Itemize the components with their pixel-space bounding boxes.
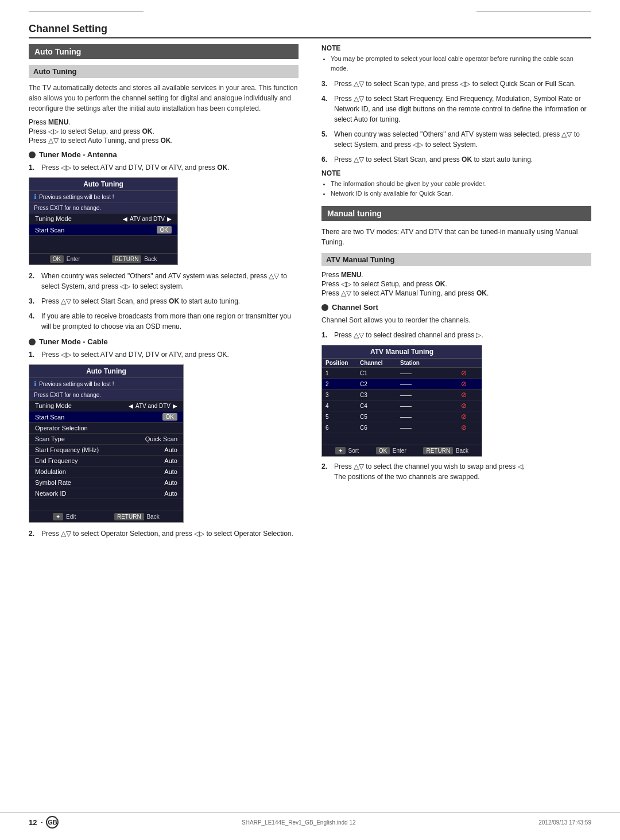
page-number: 12 xyxy=(29,818,37,827)
osd-cable-row4: Scan Type Quick Scan xyxy=(29,434,183,445)
tuner-antenna-title: Tuner Mode - Antenna xyxy=(29,150,299,159)
osd-cable-row2: Start Scan OK xyxy=(29,411,183,423)
osd-antenna-box: Auto Tuning ℹ Previous settings will be … xyxy=(29,177,178,265)
cable-step-1: 1. Press ◁▷ to select ATV and DTV, DTV o… xyxy=(29,349,299,360)
antenna-step-1: 1. Press ◁▷ to select ATV and DTV, DTV o… xyxy=(29,162,299,173)
osd-cable-row1: Tuning Mode ◀ ATV and DTV ▶ xyxy=(29,400,183,411)
press-auto-text: Press △▽ to select Auto Tuning, and pres… xyxy=(29,137,299,145)
note1-list: You may be prompted to select your local… xyxy=(321,54,591,73)
osd-antenna-row2: Start Scan OK xyxy=(29,224,177,236)
right-cable-steps: 3. Press △▽ to select Scan type, and pre… xyxy=(321,79,591,165)
page-container: Channel Setting Auto Tuning Auto Tuning … xyxy=(0,0,620,840)
atv-manual-sub: ATV Manual Tuning xyxy=(321,253,591,266)
osd-cable-footer: ✦ Edit RETURN Back xyxy=(29,511,183,522)
osd-cable-spacer xyxy=(29,499,183,511)
sort-step-1: 1. Press △▽ to select desired channel an… xyxy=(321,330,591,340)
top-border-right xyxy=(476,11,591,12)
osd-cable-row3: Operator Selection xyxy=(29,423,183,434)
manual-tuning-body: There are two TV modes: ATV and DTV that… xyxy=(321,227,591,247)
table-row: 6C6——⊘ xyxy=(322,422,482,433)
page-footer: 12 - GB SHARP_LE144E_Rev1_GB_English.ind… xyxy=(0,812,620,829)
tuner-cable-title: Tuner Mode - Cable xyxy=(29,337,299,346)
table-row: 4C4——⊘ xyxy=(322,400,482,411)
press-menu-text: Press MENU. xyxy=(29,118,299,126)
gb-circle: GB xyxy=(46,816,59,829)
osd-cable-row7: Modulation Auto xyxy=(29,466,183,477)
left-column: Auto Tuning Auto Tuning The TV automatic… xyxy=(29,44,299,543)
atv-press-menu: Press MENU. xyxy=(321,271,591,279)
footer-left: 12 - GB xyxy=(29,816,59,829)
antenna-steps-2-4: 2. When country was selected "Others" an… xyxy=(29,271,299,332)
cable-step-2: 2. Press △▽ to select Operator Selection… xyxy=(29,528,299,539)
osd-spacer xyxy=(29,236,177,253)
right-step-4: 4. Press △▽ to select Start Frequency, E… xyxy=(321,94,591,125)
note2-item-2: Network ID is only available for Quick S… xyxy=(331,189,591,199)
info-icon: ℹ xyxy=(34,193,37,201)
antenna-step-2: 2. When country was selected "Others" an… xyxy=(29,271,299,291)
note2-list: The information should be given by your … xyxy=(321,179,591,198)
bullet-icon-sort xyxy=(321,304,328,311)
auto-tuning-section-header: Auto Tuning xyxy=(29,44,299,59)
sort-step-2-item: 2. Press △▽ to select the channel you wi… xyxy=(321,461,591,482)
osd-cable-row9: Network ID Auto xyxy=(29,488,183,499)
osd-cable-row5: Start Frequency (MHz) Auto xyxy=(29,445,183,456)
table-row: 5C5——⊘ xyxy=(322,411,482,422)
atv-table-box: ATV Manual Tuning Position Channel Stati… xyxy=(321,345,482,457)
note-box-2: NOTE The information should be given by … xyxy=(321,169,591,198)
note1-item: You may be prompted to select your local… xyxy=(331,54,591,73)
table-row: 3C3——⊘ xyxy=(322,390,482,400)
osd-antenna-title: Auto Tuning xyxy=(29,178,177,191)
osd-antenna-row1: Tuning Mode ◀ ATV and DTV ▶ xyxy=(29,213,177,224)
table-row: 1C1——⊘ xyxy=(322,368,482,379)
top-border-left xyxy=(29,11,144,12)
right-step-3: 3. Press △▽ to select Scan type, and pre… xyxy=(321,79,591,89)
note2-title: NOTE xyxy=(321,169,591,177)
note-box-1: NOTE You may be prompted to select your … xyxy=(321,44,591,73)
right-column: NOTE You may be prompted to select your … xyxy=(321,44,591,543)
cable-step-2-item: 2. Press △▽ to select Operator Selection… xyxy=(29,528,299,539)
manual-tuning-header: Manual tuning xyxy=(321,206,591,221)
auto-tuning-body: The TV automatically detects and stores … xyxy=(29,83,299,114)
atv-table-footer: ✦ Sort OK Enter RETURN Back xyxy=(322,445,482,456)
right-step-6: 6. Press △▽ to select Start Scan, and pr… xyxy=(321,154,591,165)
osd-cable-info: ℹ Previous settings will be lost ! xyxy=(29,378,183,390)
antenna-step-4: 4. If you are able to receive broadcasts… xyxy=(29,311,299,332)
osd-cable-title: Auto Tuning xyxy=(29,365,183,378)
osd-antenna-info2: Press EXIT for no change. xyxy=(29,203,177,213)
right-step-5: 5. When country was selected "Others" an… xyxy=(321,129,591,150)
osd-ok-btn: OK xyxy=(157,226,172,234)
press-setup-text: Press ◁▷ to select Setup, and press OK. xyxy=(29,127,299,135)
bullet-icon-cable xyxy=(29,339,36,345)
atv-table-header: Position Channel Station xyxy=(322,359,482,368)
sort-step-1-item: 1. Press △▽ to select desired channel an… xyxy=(321,330,591,340)
bullet-icon xyxy=(29,151,36,158)
antenna-steps: 1. Press ◁▷ to select ATV and DTV, DTV o… xyxy=(29,162,299,173)
atv-press-select: Press △▽ to select ATV Manual Tuning, an… xyxy=(321,289,591,297)
atv-spacer xyxy=(322,433,482,445)
channel-sort-title: Channel Sort xyxy=(321,303,591,312)
footer-date: 2012/09/13 17:43:59 xyxy=(538,819,591,826)
content-wrap: Auto Tuning Auto Tuning The TV automatic… xyxy=(29,44,591,543)
note1-title: NOTE xyxy=(321,44,591,52)
info-icon-cable: ℹ xyxy=(34,380,37,388)
antenna-step-3: 3. Press △▽ to select Start Scan, and pr… xyxy=(29,296,299,306)
osd-cable-info2: Press EXIT for no change. xyxy=(29,390,183,400)
osd-antenna-info: ℹ Previous settings will be lost ! xyxy=(29,191,177,203)
auto-tuning-sub-header: Auto Tuning xyxy=(29,65,299,78)
atv-table-title: ATV Manual Tuning xyxy=(322,345,482,359)
cable-step-1-item: 1. Press ◁▷ to select ATV and DTV, DTV o… xyxy=(29,349,299,360)
sort-step-2: 2. Press △▽ to select the channel you wi… xyxy=(321,461,591,482)
osd-antenna-row1-value: ◀ ATV and DTV ▶ xyxy=(123,216,172,222)
atv-press-setup: Press ◁▷ to select Setup, and press OK. xyxy=(321,280,591,288)
channel-setting-title: Channel Setting xyxy=(29,23,591,38)
channel-sort-body: Channel Sort allows you to reorder the c… xyxy=(321,315,591,325)
osd-antenna-footer: OK Enter RETURN Back xyxy=(29,253,177,265)
osd-cable-row8: Symbol Rate Auto xyxy=(29,477,183,488)
osd-cable-row6: End Frequency Auto xyxy=(29,456,183,466)
table-row: 2C2——⊘ xyxy=(322,379,482,390)
note2-item-1: The information should be given by your … xyxy=(331,179,591,189)
osd-cable-box: Auto Tuning ℹ Previous settings will be … xyxy=(29,364,184,523)
footer-filename: SHARP_LE144E_Rev1_GB_English.indd 12 xyxy=(242,819,355,826)
